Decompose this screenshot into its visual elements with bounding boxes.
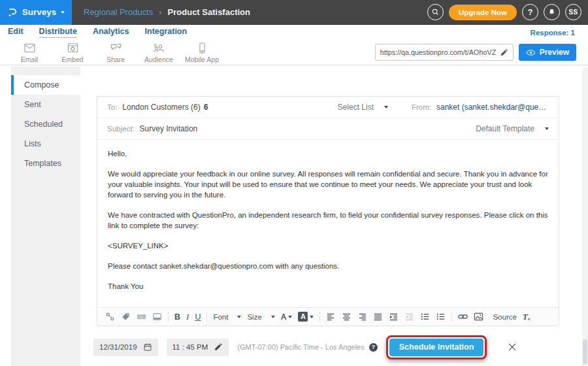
help-button[interactable]: ? [522,4,538,20]
product-label: Surveys [22,7,57,17]
align-left-button[interactable] [326,312,336,322]
link-chain-icon [458,312,468,322]
search-icon [431,8,440,16]
align-right-button[interactable] [357,312,367,322]
chevron-down-icon [61,11,65,14]
size-dropdown[interactable]: Size [247,313,274,321]
bulleted-list-icon [420,312,430,322]
sidebar-item-sent[interactable]: Sent [11,95,80,114]
underline-button[interactable]: U [195,312,201,322]
from-label: From: [412,103,431,111]
notifications-button[interactable] [544,4,560,20]
bulleted-list-button[interactable] [420,312,430,322]
schedule-invitation-button[interactable]: Schedule Invitation [389,339,484,356]
channel-share[interactable]: Share [94,42,137,63]
font-dropdown[interactable]: Font [213,313,241,321]
sidebar-item-templates[interactable]: Templates [11,154,80,173]
channel-label: Mobile App [185,56,219,63]
schedule-controls: 12/31/2019 11 : 45 PM (GMT-07:00) Pacifi… [93,333,517,361]
sidebar-item-scheduled[interactable]: Scheduled [11,114,80,134]
timezone-help-icon[interactable]: ? [369,343,378,352]
email-compose-panel: To: London Customers (6) 6 Select List F… [97,96,559,326]
from-value: sanket (sanket.shekdar@ques... [436,103,549,112]
insert-link-button[interactable] [458,312,468,322]
justify-button[interactable] [373,312,383,322]
page-scrollbar[interactable] [582,67,588,366]
bold-button[interactable]: B [174,312,180,322]
breadcrumb: Regional Products › Product Satisfaction [84,7,250,17]
rich-text-toolbar: B I U Font Size A A [97,307,559,325]
avatar-initials: SS [569,8,578,16]
fill-color-button[interactable]: A [298,312,314,322]
template-label: Default Template [476,124,534,133]
footer-block-button[interactable] [152,312,162,322]
text-color-label: A [281,312,287,322]
time-picker[interactable]: 11 : 45 PM [167,339,229,356]
channel-label: Share [106,56,125,63]
mobile-phone-icon [195,42,209,54]
timezone-label: (GMT-07:00) Pacific Time - Los Angeles [237,343,364,351]
italic-button[interactable]: I [186,312,189,322]
to-value[interactable]: London Customers (6) [122,103,200,112]
cancel-schedule-button[interactable] [507,342,517,352]
remove-format-button[interactable]: Tₓ [523,312,531,322]
to-label: To: [107,103,117,111]
avatar[interactable]: SS [565,4,581,20]
recipient-count[interactable]: 6 [204,103,208,112]
channel-embed[interactable]: Embed [51,42,94,63]
preview-label: Preview [540,48,569,57]
bell-icon [547,8,556,16]
body-paragraph: We would appreciate your feedback in our… [108,169,548,200]
indent-button[interactable] [389,312,399,322]
outdent-button[interactable] [404,312,414,322]
breadcrumb-folder[interactable]: Regional Products [84,7,153,17]
numbered-list-button[interactable] [436,312,446,322]
insert-image-button[interactable] [474,312,483,322]
tag-button[interactable] [121,312,131,322]
tab-distribute[interactable]: Distribute [39,27,77,38]
subject-label: Subject: [107,125,135,133]
from-dropdown[interactable]: From: sanket (sanket.shekdar@ques... [412,103,549,112]
scrollbar-thumb[interactable] [583,339,587,364]
align-center-button[interactable] [342,312,351,322]
to-row: To: London Customers (6) 6 Select List F… [97,97,559,118]
distribute-toolbar: Email Embed Share $ Audience [0,40,588,65]
date-picker[interactable]: 12/31/2019 [93,339,158,356]
tab-edit[interactable]: Edit [8,27,24,38]
text-color-button[interactable]: A [281,312,293,322]
source-button[interactable]: Source [489,313,516,321]
search-button[interactable] [427,4,444,20]
subject-value[interactable]: Survey Invitation [140,124,198,133]
template-dropdown[interactable]: Default Template [476,124,549,133]
pencil-icon [214,342,223,352]
merge-field-button[interactable] [137,312,146,322]
align-center-icon [342,312,351,322]
body-paragraph: <SURVEY_LINK> [108,241,548,251]
link-nodes-icon [105,312,115,322]
sidebar-item-lists[interactable]: Lists [11,134,80,154]
tab-analytics[interactable]: Analytics [93,27,129,38]
select-list-dropdown[interactable]: Select List [338,103,388,112]
channel-audience[interactable]: $ Audience [137,42,180,63]
source-label: Source [493,313,516,321]
email-envelope-icon [23,42,37,54]
channel-email[interactable]: Email [8,42,51,63]
embed-window-icon [66,42,80,54]
email-body-editor[interactable]: Hello, We would appreciate your feedback… [97,140,559,290]
breadcrumb-survey-name: Product Satisfaction [168,7,250,17]
survey-url-field[interactable]: https://qa.questionpro.com/t/AOhoVZfqml [375,44,514,61]
fill-color-label: A [298,312,308,322]
image-icon [474,312,483,322]
app-logo-surveys-menu[interactable]: Surveys [0,0,72,25]
preview-button[interactable]: Preview [519,44,576,61]
upgrade-now-button[interactable]: Upgrade Now [449,5,517,20]
sidebar-item-compose[interactable]: Compose [11,75,80,95]
anchor-link-button[interactable] [105,312,115,322]
tab-integration[interactable]: Integration [145,27,188,38]
channel-mobile-app[interactable]: Mobile App [180,42,223,63]
eye-icon [526,49,536,56]
edit-url-pencil-icon[interactable] [500,48,508,57]
help-icon: ? [528,8,533,17]
align-left-icon [326,312,336,322]
header-actions: Upgrade Now ? SS [427,4,581,20]
